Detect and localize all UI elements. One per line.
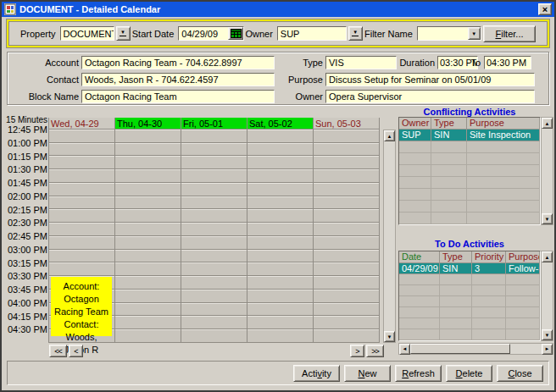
time-label: 04:30 PM bbox=[3, 324, 47, 334]
purpose-field: Discuss Setup for Seminar on 05/01/09 bbox=[325, 73, 535, 86]
titlebar: DOCUMENT - Detailed Calendar × bbox=[2, 2, 554, 17]
first-page-button[interactable]: << bbox=[49, 345, 67, 357]
detailed-calendar-window: DOCUMENT - Detailed Calendar × Property … bbox=[0, 0, 556, 392]
property-label: Property bbox=[20, 29, 56, 39]
to-label: To bbox=[465, 58, 481, 68]
scroll-down-button[interactable]: ▼ bbox=[542, 213, 553, 224]
appointment-block[interactable]: Account: Octagon Racing Team Contact: Wo… bbox=[51, 277, 112, 336]
refresh-button[interactable]: Refresh bbox=[395, 365, 442, 382]
calendar-picker-button[interactable] bbox=[228, 27, 243, 40]
arrow-right-icon: ► bbox=[545, 346, 550, 351]
block-name-label: Block Name bbox=[14, 91, 79, 102]
scroll-up-button[interactable]: ▲ bbox=[384, 130, 395, 141]
day-header: Sun, 05-03 bbox=[314, 118, 379, 130]
owner-lov-button[interactable]: ▼ bbox=[348, 26, 363, 41]
window-title: DOCUMENT - Detailed Calendar bbox=[19, 4, 535, 14]
property-lov-button[interactable]: ▼ bbox=[116, 26, 131, 41]
filter-button[interactable]: Filter... bbox=[483, 25, 536, 42]
time-label: 04:15 PM bbox=[3, 312, 47, 322]
column-header: Date bbox=[399, 251, 440, 263]
time-label: 03:00 PM bbox=[3, 245, 47, 255]
table-row bbox=[399, 274, 540, 285]
time-label: 01:30 PM bbox=[3, 164, 47, 174]
day-cells[interactable] bbox=[181, 130, 247, 343]
table-row bbox=[399, 318, 540, 329]
time-label: 01:00 PM bbox=[3, 138, 47, 148]
day-cells[interactable] bbox=[314, 130, 379, 343]
table-row bbox=[399, 201, 540, 213]
close-action-button[interactable]: Close bbox=[497, 365, 543, 382]
table-row[interactable]: 04/29/09 SIN 3 Follow-up bbox=[399, 263, 540, 274]
day-header: Fri, 05-01 bbox=[181, 118, 247, 130]
todo-activities-title: To Do Activities bbox=[398, 239, 541, 249]
prev-page-button[interactable]: < bbox=[69, 345, 83, 357]
conflicting-vscrollbar[interactable]: ▲ ▼ bbox=[541, 117, 553, 225]
time-label: 01:15 PM bbox=[3, 152, 47, 162]
column-header: Purpose bbox=[467, 118, 540, 130]
arrow-down-icon: ▼ bbox=[387, 334, 392, 340]
day-header: Thu, 04-30 bbox=[115, 118, 181, 130]
close-button[interactable]: × bbox=[538, 3, 552, 15]
todo-hscrollbar[interactable]: ◄ ► bbox=[398, 343, 553, 355]
property-field[interactable]: DOCUMENT bbox=[60, 26, 114, 41]
arrow-down-icon: ▼ bbox=[545, 333, 550, 338]
column-header: Owner bbox=[399, 118, 431, 130]
scroll-down-button[interactable]: ▼ bbox=[384, 331, 395, 342]
day-column-sun: Sun, 05-03 bbox=[314, 118, 380, 343]
table-header-row: Owner Type Purpose bbox=[399, 118, 540, 130]
next-page-button[interactable]: > bbox=[350, 345, 364, 357]
activity-button[interactable]: Activity bbox=[293, 365, 340, 382]
day-column-sat: Sat, 05-02 bbox=[247, 118, 314, 343]
table-row[interactable]: SUP SIN Site Inspection bbox=[399, 130, 540, 141]
filter-name-combo[interactable]: ▼ bbox=[417, 26, 481, 41]
filter-name-label: Filter Name bbox=[364, 29, 413, 39]
activity-owner-label: Owner bbox=[262, 91, 323, 102]
details-panel: Account Octagon Racing Team - 704.622.89… bbox=[7, 52, 549, 105]
todo-vscrollbar[interactable]: ▲ ▼ bbox=[541, 251, 553, 341]
scroll-up-button[interactable]: ▲ bbox=[542, 251, 553, 262]
arrow-up-icon: ▲ bbox=[545, 121, 550, 126]
scrollbar-thumb[interactable] bbox=[410, 344, 510, 354]
table-row bbox=[399, 296, 540, 307]
todo-activities-table: Date Type Priority Purpose 04/29/09 SIN … bbox=[398, 251, 541, 341]
day-cells[interactable] bbox=[247, 130, 313, 343]
time-label: 03:30 PM bbox=[3, 271, 47, 281]
contact-label: Contact bbox=[14, 75, 79, 85]
scroll-up-button[interactable]: ▲ bbox=[542, 118, 553, 129]
scroll-down-button[interactable]: ▼ bbox=[542, 329, 553, 340]
column-header: Purpose bbox=[506, 251, 540, 263]
scroll-left-button[interactable]: ◄ bbox=[399, 344, 410, 355]
table-row bbox=[399, 189, 540, 201]
calendar-vscrollbar[interactable]: ▲ ▼ bbox=[383, 130, 396, 343]
time-label: 02:30 PM bbox=[3, 218, 47, 228]
arrow-down-icon: ▼ bbox=[545, 217, 550, 222]
day-column-fri: Fri, 05-01 bbox=[181, 118, 247, 343]
filter-name-dropdown-button[interactable]: ▼ bbox=[468, 27, 481, 40]
day-header: Sat, 05-02 bbox=[247, 118, 313, 130]
activity-owner-field: Opera Supervisor bbox=[325, 90, 535, 103]
account-field: Octagon Racing Team - 704.622.8997 bbox=[81, 56, 275, 69]
time-label: 02:45 PM bbox=[3, 231, 47, 241]
new-button[interactable]: New bbox=[344, 365, 391, 382]
interval-label: 15 Minutes bbox=[3, 115, 47, 124]
conflicting-activities-table: Owner Type Purpose SUP SIN Site Inspecti… bbox=[398, 117, 541, 225]
time-label: 12:45 PM bbox=[3, 124, 47, 135]
owner-field[interactable]: SUP bbox=[277, 26, 347, 41]
delete-button[interactable]: Delete bbox=[446, 365, 492, 382]
contact-field: Woods, Jason R - 704.622.4597 bbox=[81, 73, 275, 86]
time-label: 03:45 PM bbox=[3, 284, 47, 295]
day-cells[interactable] bbox=[115, 130, 181, 343]
type-label: Type bbox=[262, 58, 323, 68]
arrow-left-icon: ◄ bbox=[403, 346, 408, 351]
time-label: 02:00 PM bbox=[3, 191, 47, 202]
time-label: 04:00 PM bbox=[3, 298, 47, 308]
column-header: Type bbox=[440, 251, 472, 263]
purpose-label: Purpose bbox=[262, 75, 323, 85]
lov-dropdown-icon: ▼ bbox=[352, 30, 359, 36]
day-header: Wed, 04-29 bbox=[49, 118, 114, 130]
column-header: Type bbox=[431, 118, 467, 130]
calendar-icon bbox=[231, 29, 242, 38]
scroll-right-button[interactable]: ► bbox=[542, 344, 553, 355]
last-page-button[interactable]: >> bbox=[366, 345, 384, 357]
filter-bar: Property DOCUMENT ▼ Start Date 04/29/09 … bbox=[7, 19, 549, 47]
